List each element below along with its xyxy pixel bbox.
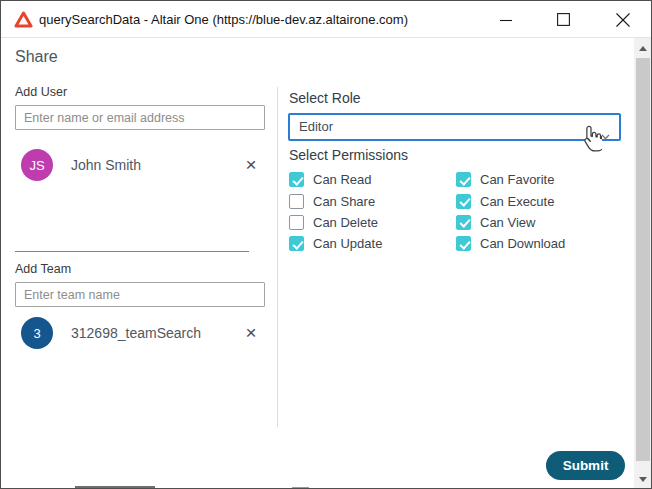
checkbox-can-favorite[interactable] — [456, 172, 471, 187]
add-user-label: Add User — [15, 85, 67, 99]
altair-logo-icon — [14, 11, 33, 32]
vertical-scrollbar[interactable] — [634, 38, 652, 489]
team-list-item: 3 312698_teamSearch × — [15, 317, 265, 349]
role-selected-value: Editor — [299, 119, 333, 134]
role-dropdown[interactable]: Editor — [288, 113, 621, 141]
minimize-icon — [500, 14, 512, 26]
maximize-button[interactable] — [546, 1, 580, 38]
add-team-label: Add Team — [15, 262, 71, 276]
permission-can-view[interactable]: Can View — [456, 212, 621, 233]
minimize-button[interactable] — [489, 1, 523, 38]
select-permissions-label: Select Permissions — [289, 147, 408, 163]
scroll-up-icon[interactable] — [634, 40, 652, 56]
remove-team-icon[interactable]: × — [237, 317, 265, 349]
user-avatar: JS — [21, 149, 53, 181]
user-list-item: JS John Smith × — [15, 149, 265, 181]
checkbox-can-delete[interactable] — [289, 215, 304, 230]
chevron-down-icon — [601, 124, 610, 148]
team-name: 312698_teamSearch — [71, 317, 201, 349]
user-name: John Smith — [71, 149, 141, 181]
select-role-label: Select Role — [289, 90, 361, 106]
permission-can-favorite[interactable]: Can Favorite — [456, 169, 621, 190]
close-icon — [616, 13, 630, 27]
page-title: Share — [15, 48, 58, 66]
left-panel-divider — [15, 251, 249, 252]
permission-can-execute[interactable]: Can Execute — [456, 190, 621, 211]
permission-can-read[interactable]: Can Read — [289, 169, 456, 190]
permission-can-download[interactable]: Can Download — [456, 233, 621, 254]
close-button[interactable] — [606, 1, 640, 38]
checkbox-can-view[interactable] — [456, 215, 471, 230]
permission-can-share[interactable]: Can Share — [289, 190, 456, 211]
scroll-down-icon[interactable] — [634, 471, 652, 487]
team-avatar: 3 — [21, 317, 53, 349]
panel-divider — [277, 87, 278, 427]
checkbox-can-share[interactable] — [289, 194, 304, 209]
submit-button[interactable]: Submit — [546, 451, 625, 480]
dialog-window: querySearchData - Altair One (https://bl… — [0, 0, 652, 489]
checkbox-can-download[interactable] — [456, 236, 471, 251]
permissions-grid: Can Read Can Share Can Delete Can Update… — [289, 169, 621, 255]
checkbox-can-update[interactable] — [289, 236, 304, 251]
permission-can-delete[interactable]: Can Delete — [289, 212, 456, 233]
title-bar: querySearchData - Altair One (https://bl… — [1, 1, 651, 38]
add-team-input[interactable] — [15, 282, 265, 307]
maximize-icon — [557, 13, 570, 26]
scrollbar-thumb[interactable] — [636, 58, 650, 461]
remove-user-icon[interactable]: × — [237, 149, 265, 181]
permission-can-update[interactable]: Can Update — [289, 233, 456, 254]
add-user-input[interactable] — [15, 105, 265, 130]
window-title: querySearchData - Altair One (https://bl… — [39, 1, 408, 38]
checkbox-can-execute[interactable] — [456, 194, 471, 209]
checkbox-can-read[interactable] — [289, 172, 304, 187]
